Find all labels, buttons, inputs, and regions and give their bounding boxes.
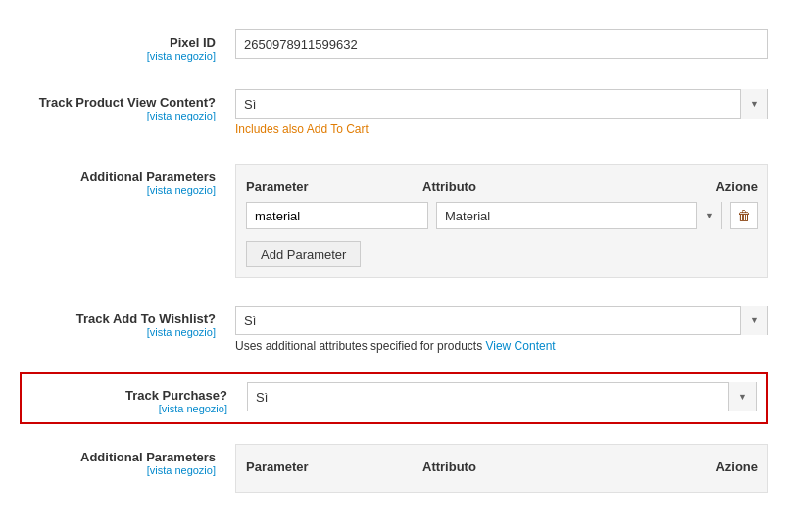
add-parameter-button[interactable]: Add Parameter [246,241,361,267]
attr-select-arrow-material[interactable] [696,202,721,229]
track-wishlist-value: Sì [236,309,740,333]
track-purchase-row: Track Purchase? [vista negozio] Sì [31,382,757,414]
track-product-view-content: Sì Includes also Add To Cart [235,89,768,136]
track-product-view-value: Sì [236,92,740,117]
track-wishlist-dropdown-arrow[interactable] [740,306,767,335]
additional-params-2-label: Additional Parameters [vista negozio] [20,444,235,476]
action-col-header-2: Azione [699,459,758,474]
additional-params-2-content: Parameter Attributo Azione [235,444,768,493]
track-wishlist-helper-text: Uses additional attributes specified for… [235,339,482,353]
additional-params-1-row: Additional Parameters [vista negozio] Pa… [0,154,788,288]
params-section-1: Parameter Attributo Azione Material 🗑 Ad… [235,164,768,278]
param-col-header: Parameter [246,179,422,194]
pixel-id-row: Pixel ID [vista negozio] [0,20,788,72]
view-content-link[interactable]: View Content [485,339,555,353]
pixel-id-input[interactable] [235,29,768,59]
delete-param-button[interactable]: 🗑 [730,202,758,229]
trash-icon: 🗑 [737,208,751,223]
track-product-view-label: Track Product View Content? [vista negoz… [20,89,235,121]
track-purchase-label: Track Purchase? [vista negozio] [31,382,247,414]
params-header-2: Parameter Attributo Azione [246,455,758,482]
action-col-header: Azione [699,179,758,194]
track-product-view-select[interactable]: Sì [235,89,768,119]
param-col-header-2: Parameter [246,459,422,474]
attr-col-header-2: Attributo [422,459,699,474]
attr-select-value-material: Material [437,205,696,227]
track-purchase-highlighted-wrapper: Track Purchase? [vista negozio] Sì [20,372,768,424]
track-wishlist-row: Track Add To Wishlist? [vista negozio] S… [0,296,788,363]
param-row-1: Material 🗑 [246,202,758,229]
track-wishlist-helper: Uses additional attributes specified for… [235,339,768,353]
track-product-view-row: Track Product View Content? [vista negoz… [0,79,788,146]
track-product-view-helper: Includes also Add To Cart [235,122,768,136]
attr-select-material[interactable]: Material [436,202,722,229]
pixel-id-content [235,29,768,59]
track-wishlist-content: Sì Uses additional attributes specified … [235,306,768,353]
track-purchase-value: Sì [248,385,728,410]
track-wishlist-label: Track Add To Wishlist? [vista negozio] [20,306,235,338]
params-header-1: Parameter Attributo Azione [246,174,758,202]
track-product-view-dropdown-arrow[interactable] [740,89,767,119]
params-section-2: Parameter Attributo Azione [235,444,768,493]
track-purchase-select[interactable]: Sì [247,382,757,411]
attr-col-header: Attributo [422,179,699,194]
additional-params-2-row: Additional Parameters [vista negozio] Pa… [0,434,788,503]
form-container: Pixel ID [vista negozio] Track Product V… [0,0,788,522]
track-purchase-content: Sì [247,382,757,411]
additional-params-1-content: Parameter Attributo Azione Material 🗑 Ad… [235,164,768,278]
track-purchase-dropdown-arrow[interactable] [728,382,756,411]
track-wishlist-select[interactable]: Sì [235,306,768,335]
pixel-id-label: Pixel ID [vista negozio] [20,29,235,62]
additional-params-1-label: Additional Parameters [vista negozio] [20,164,235,196]
param-input-material[interactable] [246,202,428,229]
